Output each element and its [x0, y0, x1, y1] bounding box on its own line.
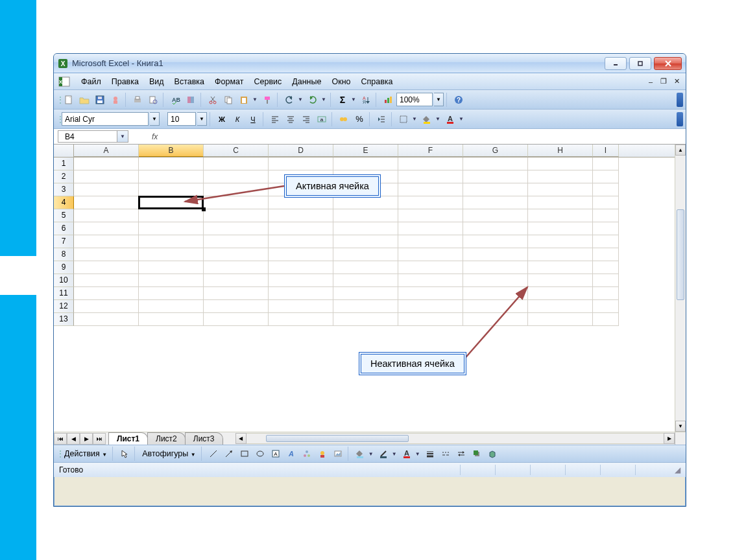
row-header-10[interactable]: 10 — [54, 274, 74, 287]
cell[interactable] — [269, 209, 333, 222]
menu-insert[interactable]: Вставка — [169, 75, 210, 88]
cell[interactable] — [528, 274, 593, 287]
font-dropdown-icon[interactable]: ▼ — [150, 112, 160, 126]
toolbar-grip[interactable]: ⋮ — [56, 95, 60, 104]
bold-button[interactable]: Ж — [215, 112, 229, 126]
tab-nav-next-icon[interactable]: ▶ — [80, 433, 93, 445]
col-header-A[interactable]: A — [74, 145, 139, 157]
cell[interactable] — [398, 300, 463, 313]
cell[interactable] — [463, 209, 528, 222]
cell[interactable] — [74, 209, 139, 222]
menu-file[interactable]: Файл — [76, 75, 106, 88]
cell[interactable] — [204, 248, 269, 261]
doc-minimize-button[interactable]: – — [645, 77, 656, 86]
scroll-thumb-horizontal[interactable] — [266, 435, 409, 442]
minimize-button[interactable] — [605, 57, 627, 70]
name-box[interactable]: B4 — [58, 130, 117, 143]
cell[interactable] — [398, 313, 463, 326]
cell[interactable] — [74, 300, 139, 313]
cell[interactable] — [333, 196, 398, 209]
cell[interactable] — [593, 274, 619, 287]
cell[interactable] — [139, 300, 204, 313]
cell[interactable] — [204, 183, 269, 196]
help-icon[interactable]: ? — [451, 93, 466, 107]
cell[interactable] — [333, 274, 398, 287]
row-header-13[interactable]: 13 — [54, 313, 74, 326]
autosum-dropdown-icon[interactable]: ▼ — [351, 97, 357, 102]
cell[interactable] — [139, 313, 204, 326]
cell[interactable] — [139, 248, 204, 261]
research-icon[interactable] — [184, 93, 198, 107]
cell[interactable] — [333, 261, 398, 274]
zoom-box[interactable]: 100% — [396, 93, 433, 106]
cell[interactable] — [593, 313, 619, 326]
wordart-icon[interactable]: A — [284, 447, 298, 461]
line-color-icon[interactable] — [376, 447, 391, 461]
cell[interactable] — [269, 222, 333, 235]
cell[interactable] — [333, 235, 398, 248]
fill-dropdown-icon[interactable]: ▼ — [435, 116, 442, 122]
row-header-6[interactable]: 6 — [54, 222, 74, 235]
close-button[interactable] — [654, 57, 682, 70]
cell[interactable] — [593, 222, 619, 235]
row-header-12[interactable]: 12 — [54, 300, 74, 313]
cell[interactable] — [593, 196, 619, 209]
cell[interactable] — [463, 170, 528, 183]
align-right-icon[interactable] — [299, 112, 313, 126]
cell[interactable] — [269, 235, 333, 248]
cell[interactable] — [204, 158, 269, 170]
cell[interactable] — [528, 261, 593, 274]
scroll-left-icon[interactable]: ◀ — [235, 433, 247, 444]
tab-nav-prev-icon[interactable]: ◀ — [67, 433, 80, 445]
merge-center-icon[interactable]: a — [315, 112, 329, 126]
cell[interactable] — [398, 274, 463, 287]
redo-dropdown-icon[interactable]: ▼ — [321, 97, 328, 102]
menu-edit[interactable]: Правка — [106, 75, 144, 88]
cell[interactable] — [463, 313, 528, 326]
arrow-icon[interactable] — [222, 447, 236, 461]
print-icon[interactable] — [130, 93, 145, 107]
font-color-shape-icon[interactable]: A — [400, 447, 414, 461]
size-dropdown-icon[interactable]: ▼ — [197, 112, 207, 126]
cell[interactable] — [463, 222, 528, 235]
vertical-scrollbar[interactable]: ▲ ▼ — [675, 145, 686, 432]
cell[interactable] — [398, 222, 463, 235]
menu-window[interactable]: Окно — [326, 75, 355, 88]
paste-icon[interactable] — [237, 93, 251, 107]
cell[interactable] — [74, 287, 139, 300]
redo-icon[interactable] — [306, 93, 320, 107]
tab-nav-last-icon[interactable]: ⏭ — [93, 433, 106, 445]
cell[interactable] — [528, 222, 593, 235]
scroll-up-icon[interactable]: ▲ — [675, 145, 686, 156]
cell[interactable] — [204, 235, 269, 248]
col-header-F[interactable]: F — [398, 145, 463, 157]
format-painter-icon[interactable] — [260, 93, 274, 107]
cell[interactable] — [398, 209, 463, 222]
cut-icon[interactable] — [206, 93, 220, 107]
cell[interactable] — [333, 248, 398, 261]
undo-icon[interactable] — [282, 93, 296, 107]
cell[interactable] — [593, 287, 619, 300]
cell[interactable] — [528, 248, 593, 261]
scroll-right-icon[interactable]: ▶ — [664, 433, 675, 444]
cell[interactable] — [269, 313, 333, 326]
col-header-B[interactable]: B — [139, 145, 204, 157]
cell[interactable] — [139, 183, 204, 196]
sort-asc-icon[interactable]: АЯ — [359, 93, 373, 107]
row-header-2[interactable]: 2 — [54, 170, 74, 183]
italic-button[interactable]: К — [230, 112, 245, 126]
shadow-style-icon[interactable] — [470, 447, 484, 461]
select-objects-icon[interactable] — [117, 447, 132, 461]
spellcheck-icon[interactable]: ABC — [168, 93, 182, 107]
permission-icon[interactable] — [108, 93, 123, 107]
textbox-icon[interactable]: A — [269, 447, 283, 461]
cell[interactable] — [204, 222, 269, 235]
oval-icon[interactable] — [253, 447, 267, 461]
fill-shape-dropdown-icon[interactable]: ▼ — [368, 451, 375, 457]
row-header-1[interactable]: 1 — [54, 158, 74, 170]
cell[interactable] — [74, 235, 139, 248]
copy-icon[interactable] — [221, 93, 235, 107]
new-icon[interactable] — [62, 93, 76, 107]
fill-handle[interactable] — [202, 207, 206, 211]
autosum-icon[interactable]: Σ — [335, 93, 350, 107]
